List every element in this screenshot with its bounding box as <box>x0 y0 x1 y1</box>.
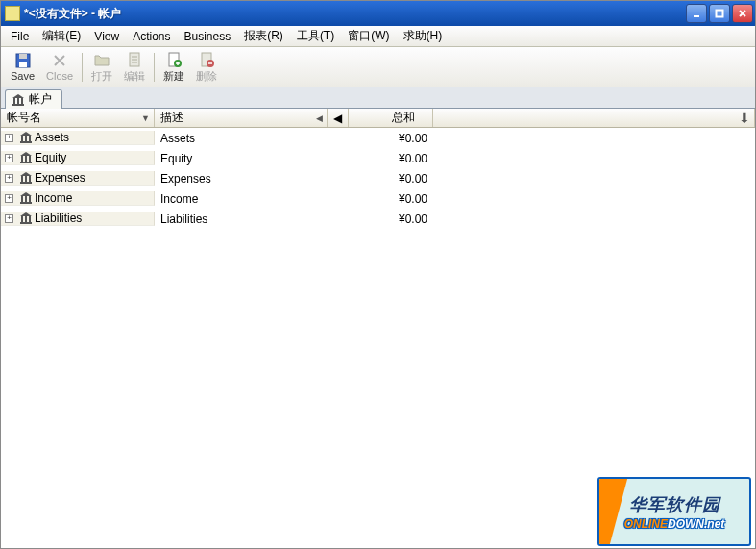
bank-icon <box>19 212 33 225</box>
svg-rect-41 <box>21 196 23 202</box>
bank-icon <box>19 131 33 144</box>
delete-document-icon <box>198 51 215 68</box>
toolbar-open-label: 打开 <box>91 69 112 84</box>
toolbar-close-button[interactable]: Close <box>40 50 79 84</box>
expand-toggle-icon[interactable]: + <box>5 194 13 203</box>
menu-help[interactable]: 求助(H) <box>398 26 449 46</box>
column-header-desc[interactable]: 描述 ◀ <box>155 109 328 127</box>
menu-windows[interactable]: 窗口(W) <box>342 26 395 46</box>
column-header-rest[interactable]: ⬇ <box>433 109 755 127</box>
svg-rect-31 <box>21 156 23 162</box>
svg-rect-39 <box>20 182 32 184</box>
toolbar-save-button[interactable]: Save <box>5 50 40 84</box>
floppy-disk-icon <box>14 52 32 69</box>
account-desc: Income <box>155 192 328 206</box>
account-total: ¥0.00 <box>349 192 433 206</box>
expand-toggle-icon[interactable]: + <box>5 174 13 183</box>
menu-file[interactable]: File <box>5 28 35 45</box>
window-titlebar: *<没有文件> - 帐户 <box>1 1 755 26</box>
svg-rect-24 <box>12 104 24 106</box>
close-icon <box>51 52 68 69</box>
toolbar-delete-button[interactable]: 删除 <box>190 49 223 86</box>
bank-icon <box>12 93 25 107</box>
table-body: +AssetsAssets¥0.00+EquityEquity¥0.00+Exp… <box>1 128 755 229</box>
minimize-button[interactable] <box>686 4 707 23</box>
new-document-icon <box>165 51 183 68</box>
toolbar-new-label: 新建 <box>163 69 184 84</box>
tab-accounts[interactable]: 帐户 <box>5 89 62 109</box>
watermark-logo: 华军软件园 ONLINEDOWN.net <box>597 477 751 546</box>
account-total: ¥0.00 <box>349 212 433 226</box>
menu-actions[interactable]: Actions <box>127 28 176 45</box>
menu-edit[interactable]: 编辑(E) <box>37 26 86 46</box>
svg-marker-30 <box>20 152 32 156</box>
column-header-total[interactable]: 总和 <box>349 109 433 127</box>
toolbar-edit-label: 编辑 <box>124 69 145 84</box>
column-header-name[interactable]: 帐号名 ▼ <box>1 109 155 127</box>
close-window-button[interactable] <box>732 4 753 23</box>
svg-rect-33 <box>29 156 31 162</box>
toolbar-close-label: Close <box>46 70 73 82</box>
account-desc: Liabilities <box>155 212 328 226</box>
toolbar-separator <box>82 53 83 82</box>
watermark-en-text: ONLINEDOWN.net <box>624 516 725 531</box>
svg-rect-27 <box>25 136 27 141</box>
svg-rect-43 <box>29 196 31 202</box>
svg-marker-45 <box>20 212 32 216</box>
toolbar-save-label: Save <box>11 70 35 82</box>
bank-icon <box>19 151 33 164</box>
account-desc: Equity <box>155 152 328 165</box>
table-row[interactable]: +AssetsAssets¥0.00 <box>1 128 755 148</box>
table-row[interactable]: +EquityEquity¥0.00 <box>1 148 755 168</box>
account-name: Income <box>35 191 72 205</box>
table-header: 帐号名 ▼ 描述 ◀ ◀ 总和 ⬇ <box>1 109 755 128</box>
account-name: Expenses <box>35 171 85 185</box>
svg-rect-29 <box>20 141 32 143</box>
expand-toggle-icon[interactable]: + <box>5 214 13 223</box>
svg-rect-1 <box>717 11 723 17</box>
svg-rect-47 <box>25 216 27 222</box>
svg-marker-40 <box>20 192 32 196</box>
svg-rect-26 <box>21 136 23 141</box>
content-area: 帐号名 ▼ 描述 ◀ ◀ 总和 ⬇ +AssetsAssets¥0.00+Equ… <box>1 109 755 549</box>
svg-rect-49 <box>20 222 32 224</box>
toolbar-separator <box>154 53 155 82</box>
down-arrow-icon: ⬇ <box>739 111 750 126</box>
menu-bar: File 编辑(E) View Actions Business 报表(R) 工… <box>1 26 755 47</box>
bank-icon <box>19 191 33 205</box>
menu-tools[interactable]: 工具(T) <box>291 26 340 46</box>
svg-marker-25 <box>20 132 32 136</box>
table-row[interactable]: +ExpensesExpenses¥0.00 <box>1 168 755 188</box>
menu-view[interactable]: View <box>88 28 125 45</box>
toolbar-open-button[interactable]: 打开 <box>85 49 118 86</box>
bank-icon <box>19 171 33 185</box>
table-row[interactable]: +LiabilitiesLiabilities¥0.00 <box>1 209 755 229</box>
svg-rect-22 <box>17 98 19 104</box>
edit-document-icon <box>126 51 143 68</box>
menu-business[interactable]: Business <box>179 28 237 45</box>
expand-toggle-icon[interactable]: + <box>5 154 13 162</box>
svg-rect-6 <box>19 62 27 67</box>
toolbar-edit-button[interactable]: 编辑 <box>118 49 151 86</box>
svg-rect-34 <box>20 162 32 163</box>
watermark-cn-text: 华军软件园 <box>629 493 720 516</box>
expand-toggle-icon[interactable]: + <box>5 134 13 142</box>
svg-marker-35 <box>20 172 32 176</box>
account-desc: Expenses <box>155 172 328 186</box>
account-total: ¥0.00 <box>349 172 433 186</box>
toolbar-new-button[interactable]: 新建 <box>158 49 190 86</box>
toolbar-delete-label: 删除 <box>196 69 217 84</box>
sort-indicator-icon: ▼ <box>141 113 150 123</box>
account-name: Assets <box>35 131 69 144</box>
svg-rect-21 <box>13 98 15 104</box>
maximize-button[interactable] <box>709 4 730 23</box>
svg-rect-28 <box>29 136 31 141</box>
menu-reports[interactable]: 报表(R) <box>238 26 289 46</box>
window-title: *<没有文件> - 帐户 <box>24 6 686 22</box>
table-row[interactable]: +IncomeIncome¥0.00 <box>1 188 755 209</box>
window-controls <box>686 4 753 23</box>
svg-rect-37 <box>25 176 27 182</box>
account-total: ¥0.00 <box>349 132 433 145</box>
column-header-collapse[interactable]: ◀ <box>328 109 349 127</box>
svg-rect-5 <box>19 54 27 59</box>
